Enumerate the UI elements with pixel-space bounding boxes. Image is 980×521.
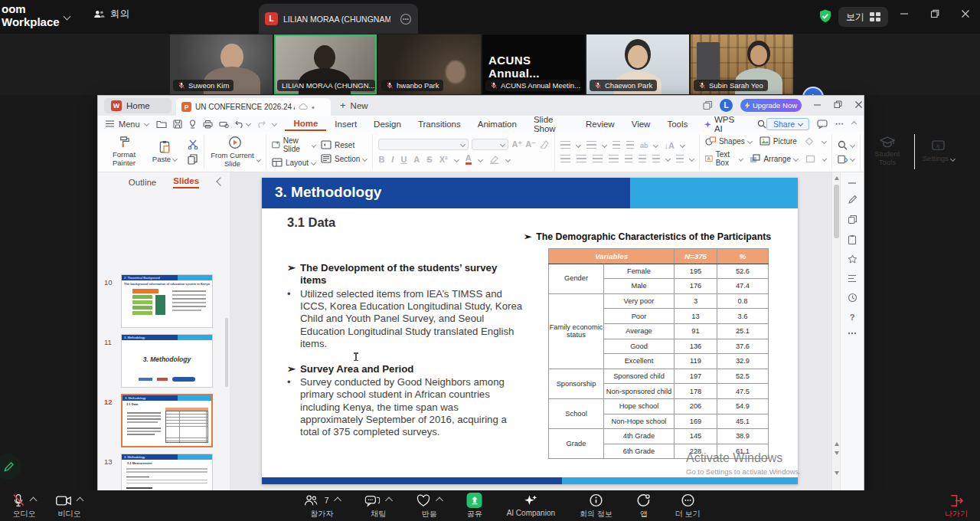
- shape-outline-icon[interactable]: [805, 155, 815, 163]
- tab-transitions[interactable]: Transitions: [410, 117, 469, 130]
- tab-review[interactable]: Review: [577, 117, 623, 130]
- previous-slide-icon[interactable]: [835, 442, 839, 446]
- audio-control[interactable]: 오디오: [12, 493, 36, 519]
- undo-icon[interactable]: [235, 120, 250, 128]
- participant-tile[interactable]: Chaewon Park: [586, 34, 689, 94]
- fill-color-icon[interactable]: [805, 137, 815, 146]
- slide-thumbnail-11[interactable]: 3. Methodology 3. Methodology: [121, 334, 213, 388]
- bold-button[interactable]: B: [378, 155, 384, 164]
- active-meeting-tab[interactable]: L LILIAN MORAA (CHUNGNAM NA: [259, 4, 418, 34]
- clipboard-icon[interactable]: [848, 234, 857, 244]
- find-replace-button[interactable]: [838, 140, 854, 150]
- participant-tile[interactable]: hwanbo Park: [378, 34, 481, 94]
- chevron-down-icon[interactable]: [64, 13, 71, 21]
- highlight-color-button[interactable]: [489, 156, 499, 164]
- participants-control[interactable]: 7 참가자: [304, 493, 341, 519]
- font-color-button[interactable]: A: [466, 155, 472, 165]
- slide-thumbnail-10[interactable]: 2. Theoretical Background The background…: [121, 274, 213, 328]
- wps-home-tab[interactable]: W Home: [104, 98, 172, 113]
- next-slide-icon[interactable]: [835, 451, 839, 455]
- participants-chevron[interactable]: [334, 496, 341, 504]
- slide-text-block[interactable]: ➢The Development of the students’ survey…: [287, 262, 523, 439]
- star-icon[interactable]: [848, 254, 858, 264]
- settings-button[interactable]: Settings: [920, 140, 957, 163]
- upgrade-button[interactable]: Upgrade Now: [740, 99, 802, 112]
- tab-view[interactable]: View: [623, 117, 659, 130]
- meeting-tab[interactable]: 회의: [93, 8, 129, 21]
- paste-button[interactable]: Paste: [147, 140, 182, 164]
- annotate-pen-icon[interactable]: [848, 195, 858, 205]
- annotation-pencil-button[interactable]: [0, 454, 21, 480]
- demographics-table[interactable]: Variables N=375 % GenderFemale19552.6 Ma…: [548, 248, 769, 459]
- align-panel-icon[interactable]: [848, 274, 857, 283]
- tab-animation[interactable]: Animation: [469, 117, 525, 130]
- redo-icon[interactable]: [256, 120, 266, 128]
- outline-tab[interactable]: Outline: [129, 178, 156, 187]
- print-icon[interactable]: [203, 120, 213, 129]
- apps-control[interactable]: 앱: [637, 493, 651, 519]
- from-current-slide-button[interactable]: From Current Slide: [210, 136, 260, 169]
- collapse-sidebar-icon[interactable]: [848, 182, 857, 185]
- reactions-chevron[interactable]: [436, 496, 443, 504]
- line-spacing-icon[interactable]: [639, 155, 646, 163]
- text-align-vertical-icon[interactable]: [676, 155, 684, 163]
- video-options-chevron[interactable]: [77, 496, 84, 504]
- layout-button[interactable]: Layout: [272, 158, 315, 167]
- participant-tile-active-speaker[interactable]: LILIAN MORAA (CHUNGN...: [274, 34, 377, 94]
- chat-chevron[interactable]: [385, 496, 393, 504]
- bullet-list-icon[interactable]: [560, 141, 570, 149]
- view-button[interactable]: 보기: [838, 7, 888, 27]
- font-size-select[interactable]: [472, 139, 508, 150]
- close-button[interactable]: [961, 9, 970, 18]
- scrollbar-thumb[interactable]: [834, 185, 839, 238]
- slides-tab[interactable]: Slides: [173, 176, 199, 188]
- decrease-indent-icon[interactable]: [612, 141, 620, 149]
- slide-thumbnail-12-selected[interactable]: 3. Methodology 3.1 Data: [121, 394, 213, 447]
- align-left-icon[interactable]: [560, 155, 570, 163]
- wps-minimize-button[interactable]: [813, 100, 822, 109]
- wps-share-button[interactable]: Share: [766, 118, 809, 130]
- share-screen-control[interactable]: 공유: [467, 493, 482, 519]
- print-preview-icon[interactable]: [219, 120, 229, 129]
- more-options-icon[interactable]: ⋯: [835, 119, 844, 129]
- slide-12[interactable]: 3. Methodology 3.1 Data ➢The Demographic…: [262, 178, 798, 484]
- participant-tile[interactable]: Subin Sarah Yeo: [691, 34, 793, 94]
- align-right-icon[interactable]: [593, 155, 603, 163]
- select-pane-button[interactable]: [838, 155, 854, 164]
- video-control[interactable]: 비디오: [56, 493, 83, 519]
- comment-icon[interactable]: [817, 120, 828, 129]
- paragraph-spacing-icon[interactable]: [652, 155, 660, 163]
- menu-button[interactable]: Menu: [98, 120, 149, 129]
- align-center-icon[interactable]: [577, 155, 586, 163]
- pin-icon[interactable]: [188, 120, 197, 129]
- ai-companion-control[interactable]: AI Companion: [507, 493, 555, 517]
- meeting-info-control[interactable]: 회의 정보: [580, 493, 612, 519]
- participant-tile[interactable]: ACUNS Annual... ACUNS Annual Meetin...: [482, 34, 585, 94]
- decrease-font-icon[interactable]: A⁻: [525, 139, 536, 149]
- audio-options-chevron[interactable]: [30, 496, 38, 504]
- search-icon[interactable]: [757, 120, 766, 129]
- increase-font-icon[interactable]: A⁺: [511, 139, 522, 149]
- chat-control[interactable]: 채팅: [365, 493, 392, 519]
- maximize-button[interactable]: [930, 9, 939, 18]
- more-control[interactable]: 더 보기: [675, 493, 701, 519]
- new-slide-button[interactable]: New Slide: [272, 136, 315, 153]
- arrange-button[interactable]: Arrange: [750, 154, 798, 163]
- char-spacing-button[interactable]: A: [413, 155, 420, 164]
- tab-insert[interactable]: Insert: [326, 117, 365, 130]
- window-switch-icon[interactable]: [703, 100, 713, 110]
- tab-home[interactable]: Home: [285, 116, 326, 131]
- increase-indent-icon[interactable]: [626, 141, 634, 149]
- reactions-control[interactable]: 반응: [416, 493, 443, 519]
- reset-button[interactable]: Reset: [321, 140, 367, 149]
- shapes-button[interactable]: Shapes: [705, 136, 752, 146]
- copy-icon[interactable]: [188, 154, 198, 165]
- superscript-button[interactable]: X²: [439, 155, 448, 164]
- format-painter-button[interactable]: Format Painter: [106, 136, 142, 168]
- account-avatar[interactable]: L: [720, 99, 733, 112]
- leave-meeting-control[interactable]: 나가기: [945, 493, 968, 519]
- open-icon[interactable]: [156, 120, 167, 129]
- justify-icon[interactable]: [609, 155, 619, 163]
- section-button[interactable]: Section: [321, 154, 367, 163]
- participant-tile[interactable]: Suweon Kim: [170, 34, 273, 94]
